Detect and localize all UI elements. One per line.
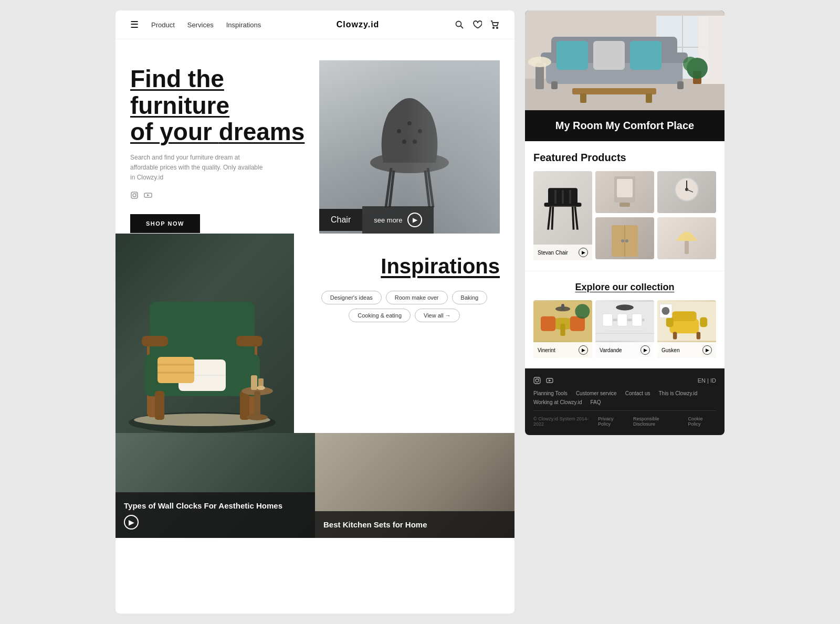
svg-point-111 bbox=[536, 379, 539, 382]
svg-rect-55 bbox=[580, 93, 586, 103]
tag-room-makeover[interactable]: Room make over bbox=[386, 291, 448, 304]
svg-line-1 bbox=[461, 26, 464, 29]
product-card-2[interactable] bbox=[595, 171, 654, 213]
hero-subtitle: Search and find your furniture dream at … bbox=[130, 153, 267, 183]
view-all-link[interactable]: View all → bbox=[415, 309, 460, 322]
footer-link-working[interactable]: Working at Clowzy.id bbox=[533, 399, 582, 405]
product-label-stevan-chair: Stevan Chair ▶ bbox=[533, 245, 592, 260]
svg-rect-84 bbox=[685, 241, 689, 254]
room-label: My Room My Comfort Place bbox=[525, 110, 724, 141]
footer-link-about[interactable]: This is Clowzy.id bbox=[659, 390, 698, 396]
tag-baking[interactable]: Baking bbox=[452, 291, 488, 304]
collection-card-vinerint[interactable]: Vinerint ▶ bbox=[533, 300, 592, 358]
footer-link-planning-tools[interactable]: Planning Tools bbox=[533, 390, 568, 396]
svg-rect-25 bbox=[142, 336, 168, 346]
nav-links: Product Services Inspirations bbox=[151, 21, 261, 29]
chair-label: Chair bbox=[319, 209, 362, 231]
svg-marker-114 bbox=[549, 379, 551, 382]
blog-card-2[interactable]: Best Kitchen Sets for Home bbox=[315, 433, 514, 538]
chair-overlay: Chair see more ▶ bbox=[319, 206, 434, 234]
hero-social bbox=[130, 191, 309, 199]
collection-arrow-icon-3[interactable]: ▶ bbox=[702, 345, 712, 355]
svg-rect-49 bbox=[556, 41, 588, 70]
featured-title: Featured Products bbox=[533, 152, 716, 164]
footer-language-selector[interactable]: EN | ID bbox=[698, 377, 716, 384]
nav-product[interactable]: Product bbox=[151, 21, 175, 29]
footer-youtube-icon[interactable] bbox=[546, 377, 553, 384]
footer-privacy-policy[interactable]: Privacy Policy bbox=[598, 416, 627, 427]
product-arrow-icon[interactable]: ▶ bbox=[579, 248, 588, 257]
youtube-icon[interactable] bbox=[144, 191, 152, 199]
footer-link-contact-us[interactable]: Contact us bbox=[625, 390, 650, 396]
inspirations-content: Inspirations Designer's ideas Room make … bbox=[294, 234, 514, 433]
tag-cooking-eating[interactable]: Cooking & eating bbox=[349, 309, 411, 322]
product-card-stevan-chair[interactable]: Stevan Chair ▶ bbox=[533, 171, 592, 260]
svg-rect-107 bbox=[697, 332, 700, 340]
inspirations-title: Inspirations bbox=[309, 255, 500, 278]
product-card-4[interactable] bbox=[595, 217, 654, 259]
hamburger-icon[interactable]: ☰ bbox=[130, 19, 139, 30]
blog-card-1-title: Types of Wall Clocks For Aesthetic Homes bbox=[124, 501, 307, 511]
collection-card-gusken[interactable]: Gusken ▶ bbox=[657, 300, 716, 358]
products-grid: Stevan Chair ▶ bbox=[533, 171, 716, 260]
svg-rect-35 bbox=[254, 391, 260, 417]
svg-rect-110 bbox=[534, 377, 540, 384]
shop-now-button[interactable]: SHOP NOW bbox=[130, 214, 200, 233]
footer-link-customer-service[interactable]: Customer service bbox=[576, 390, 617, 396]
svg-rect-26 bbox=[236, 336, 262, 346]
svg-marker-8 bbox=[147, 194, 150, 196]
collection-label-vardande: Vardande ▶ bbox=[595, 342, 654, 358]
green-chair-image bbox=[116, 234, 294, 433]
instagram-icon[interactable] bbox=[130, 191, 139, 199]
blog-card-1-arrow-icon[interactable]: ▶ bbox=[124, 515, 139, 530]
nav-inspirations[interactable]: Inspirations bbox=[226, 21, 261, 29]
left-panel: ☰ Product Services Inspirations Clowzy.i… bbox=[116, 10, 514, 614]
svg-rect-87 bbox=[560, 324, 565, 336]
blog-card-2-overlay: Best Kitchen Sets for Home bbox=[315, 511, 514, 538]
svg-rect-105 bbox=[700, 318, 707, 327]
svg-rect-24 bbox=[150, 302, 255, 359]
explore-title: Explore our collection bbox=[533, 282, 716, 293]
collection-grid: Vinerint ▶ bbox=[533, 300, 716, 358]
see-more-button[interactable]: see more ▶ bbox=[362, 206, 434, 234]
svg-point-112 bbox=[539, 378, 540, 379]
svg-point-61 bbox=[683, 57, 698, 71]
collection-label-vinerint: Vinerint ▶ bbox=[533, 342, 592, 358]
footer-cookie-policy[interactable]: Cookie Policy bbox=[688, 416, 716, 427]
svg-rect-51 bbox=[630, 41, 662, 70]
room-block: My Room My Comfort Place bbox=[525, 10, 724, 141]
svg-point-98 bbox=[616, 304, 634, 310]
svg-point-39 bbox=[257, 386, 265, 390]
collection-card-vardande[interactable]: Vardande ▶ bbox=[595, 300, 654, 358]
svg-rect-56 bbox=[646, 93, 652, 103]
navbar: ☰ Product Services Inspirations Clowzy.i… bbox=[116, 10, 514, 39]
blog-card-1[interactable]: Types of Wall Clocks For Aesthetic Homes… bbox=[116, 433, 315, 538]
svg-point-83 bbox=[625, 239, 628, 242]
search-icon[interactable] bbox=[455, 20, 464, 29]
collection-arrow-icon-1[interactable]: ▶ bbox=[579, 345, 588, 355]
nav-icons bbox=[455, 20, 500, 29]
hero-section: Find the furniture of your dreams Search… bbox=[116, 39, 514, 234]
svg-rect-75 bbox=[620, 203, 630, 207]
footer-bottom: © Clowzy.id System 2014-2022 Privacy Pol… bbox=[533, 410, 716, 427]
nav-services[interactable]: Services bbox=[187, 21, 214, 29]
blog-card-2-title: Best Kitchen Sets for Home bbox=[323, 520, 506, 530]
collection-arrow-icon-2[interactable]: ▶ bbox=[640, 345, 650, 355]
svg-line-69 bbox=[548, 207, 551, 230]
tag-designers-ideas[interactable]: Designer's ideas bbox=[321, 291, 382, 304]
footer-link-faq[interactable]: FAQ bbox=[590, 399, 601, 405]
svg-line-71 bbox=[552, 207, 553, 230]
svg-point-0 bbox=[456, 22, 461, 27]
footer-legal: Privacy Policy Responsible Disclosure Co… bbox=[598, 416, 716, 427]
wishlist-icon[interactable] bbox=[472, 20, 482, 29]
cart-icon[interactable] bbox=[490, 20, 500, 29]
footer-disclosure[interactable]: Responsible Disclosure bbox=[633, 416, 681, 427]
svg-line-70 bbox=[575, 207, 578, 230]
svg-point-36 bbox=[247, 414, 268, 420]
footer-instagram-icon[interactable] bbox=[533, 377, 541, 384]
svg-point-92 bbox=[575, 304, 590, 319]
svg-point-3 bbox=[497, 27, 498, 28]
svg-rect-53 bbox=[677, 81, 684, 89]
product-card-5[interactable] bbox=[657, 217, 716, 259]
product-card-3[interactable] bbox=[657, 171, 716, 213]
